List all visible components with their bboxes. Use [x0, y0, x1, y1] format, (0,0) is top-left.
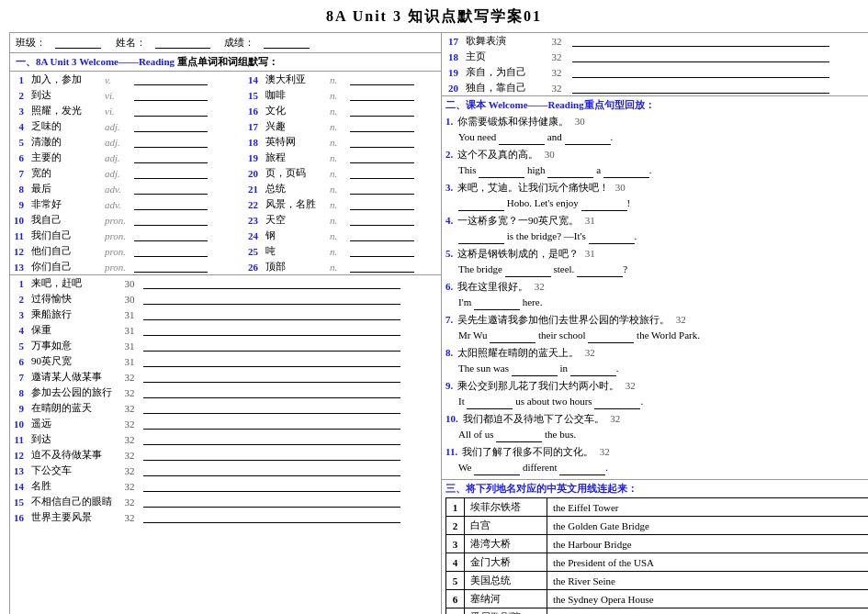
right-blank[interactable] [569, 64, 868, 80]
sentence-en: You need and . [445, 131, 613, 142]
vocab-pos: adv. [101, 181, 130, 196]
vocab-blank[interactable] [130, 72, 237, 87]
vocab-blank2[interactable] [346, 259, 441, 274]
vocab-blank2[interactable] [346, 118, 441, 134]
vocab-blank2[interactable] [346, 103, 441, 118]
phrase-blank[interactable] [140, 322, 441, 338]
phrase-pg: 32 [119, 509, 140, 525]
phrase-blank[interactable] [140, 447, 441, 463]
phrase-table: 1 来吧，赶吧 30 2 过得愉快 30 3 乘船旅行 31 4 保重 31 5… [10, 275, 441, 525]
phrase-blank[interactable] [140, 291, 441, 307]
vocab-blank2[interactable] [346, 150, 441, 165]
match-row: 7 悉尼歌剧院 the White House [446, 608, 869, 615]
vocab-zh: 到达 [28, 87, 101, 103]
vocab-blank2[interactable] [346, 72, 441, 87]
vocab-pos: pron. [101, 243, 130, 259]
vocab-blank[interactable] [130, 134, 237, 150]
phrase-zh: 世界主要风景 [28, 509, 119, 525]
match-zh: 塞纳河 [465, 590, 547, 608]
page-title: 8A Unit 3 知识点默写学案01 [9, 7, 859, 27]
class-header: 班级： 姓名： 成绩： [10, 33, 441, 53]
phrase-row: 8 参加去公园的旅行 32 [10, 385, 441, 400]
phrase-blank[interactable] [140, 338, 441, 353]
right-blank[interactable] [569, 49, 868, 64]
vocab-num2: 21 [244, 181, 262, 196]
sentence-item: 5. 这桥是钢铁制成的，是吧？ 31 The bridge steel. ? [445, 246, 868, 277]
phrase-zh: 参加去公园的旅行 [28, 385, 119, 400]
phrase-blank[interactable] [140, 307, 441, 322]
vocab-blank2[interactable] [346, 87, 441, 103]
match-row: 2 白宫 the Golden Gate Bridge [446, 517, 869, 535]
phrase-row: 7 邀请某人做某事 32 [10, 369, 441, 385]
vocab-blank[interactable] [130, 118, 237, 134]
vocab-pos2: n. [326, 243, 346, 259]
right-blank[interactable] [569, 33, 868, 49]
vocab-num2: 22 [244, 196, 262, 212]
sentence-section: 二、课本 Welcome——Reading重点句型回放： 1. 你需要锻炼和保持… [442, 95, 868, 479]
phrase-num: 7 [10, 369, 28, 385]
vocab-blank2[interactable] [346, 165, 441, 181]
vocab-blank[interactable] [130, 87, 237, 103]
phrase-blank[interactable] [140, 416, 441, 431]
vocab-zh2: 总统 [262, 181, 326, 196]
section1-header: 一、8A Unit 3 Welcome——Reading 重点单词和词组默写： [10, 53, 441, 72]
vocab-right-row: 20 独自，靠自己 32 [442, 80, 868, 95]
vocab-blank[interactable] [130, 259, 237, 274]
vocab-row: 8 最后 adv. 21 总统 n. [10, 181, 441, 196]
vocab-blank[interactable] [130, 212, 237, 228]
sentence-num: 5. [445, 248, 453, 259]
vocab-blank[interactable] [130, 228, 237, 243]
vocab-right-row: 18 主页 32 [442, 49, 868, 64]
match-section: 三、将下列地名对应的中英文用线连起来： 1 埃菲尔铁塔 the Eiffel T… [442, 479, 868, 614]
phrase-blank[interactable] [140, 369, 441, 385]
vocab-blank[interactable] [130, 243, 237, 259]
vocab-pos: vi. [101, 103, 130, 118]
phrase-blank[interactable] [140, 478, 441, 494]
vocab-blank[interactable] [130, 150, 237, 165]
phrase-blank[interactable] [140, 385, 441, 400]
phrase-pg: 32 [119, 369, 140, 385]
phrase-num: 3 [10, 307, 28, 322]
phrase-pg: 32 [119, 416, 140, 431]
phrase-blank[interactable] [140, 509, 441, 525]
match-zh: 悉尼歌剧院 [465, 608, 547, 615]
vocab-blank[interactable] [130, 165, 237, 181]
name-label: 姓名： [116, 36, 146, 50]
vocab-table-left: 1 加入，参加 v. 14 澳大利亚 n. 2 到达 vi. 15 咖啡 n. … [10, 72, 441, 274]
phrase-blank[interactable] [140, 463, 441, 478]
vocab-blank2[interactable] [346, 181, 441, 196]
right-blank[interactable] [569, 80, 868, 95]
phrase-zh: 在晴朗的蓝天 [28, 400, 119, 416]
sentence-en: is the bridge? —It's . [445, 230, 637, 241]
vocab-blank2[interactable] [346, 212, 441, 228]
phrase-row: 13 下公交车 32 [10, 463, 441, 478]
sentence-en: The bridge steel. ? [445, 263, 627, 274]
phrase-pg: 32 [119, 447, 140, 463]
phrase-pg: 32 [119, 431, 140, 447]
vocab-blank2[interactable] [346, 243, 441, 259]
phrase-row: 10 遥远 32 [10, 416, 441, 431]
vocab-blank[interactable] [130, 103, 237, 118]
vocab-blank2[interactable] [346, 134, 441, 150]
vocab-blank[interactable] [130, 196, 237, 212]
phrase-pg: 31 [119, 353, 140, 369]
right-num: 18 [442, 49, 462, 64]
vocab-blank[interactable] [130, 181, 237, 196]
sentence-pg: 32 [676, 314, 686, 325]
sentence-zh: 我们了解了很多不同的文化。 [462, 446, 593, 457]
vocab-pos2: n. [326, 196, 346, 212]
sentence-en: Hobo. Let's enjoy ! [445, 197, 630, 208]
phrase-blank[interactable] [140, 275, 441, 291]
vocab-blank2[interactable] [346, 196, 441, 212]
phrase-blank[interactable] [140, 494, 441, 509]
phrase-blank[interactable] [140, 431, 441, 447]
phrase-row: 1 来吧，赶吧 30 [10, 275, 441, 291]
phrase-blank[interactable] [140, 400, 441, 416]
vocab-blank2[interactable] [346, 228, 441, 243]
sentence-pg: 32 [610, 413, 620, 424]
phrase-row: 3 乘船旅行 31 [10, 307, 441, 322]
phrase-blank[interactable] [140, 353, 441, 369]
right-num: 19 [442, 64, 462, 80]
name-blank [155, 37, 210, 49]
vocab-zh: 我们自己 [28, 228, 101, 243]
